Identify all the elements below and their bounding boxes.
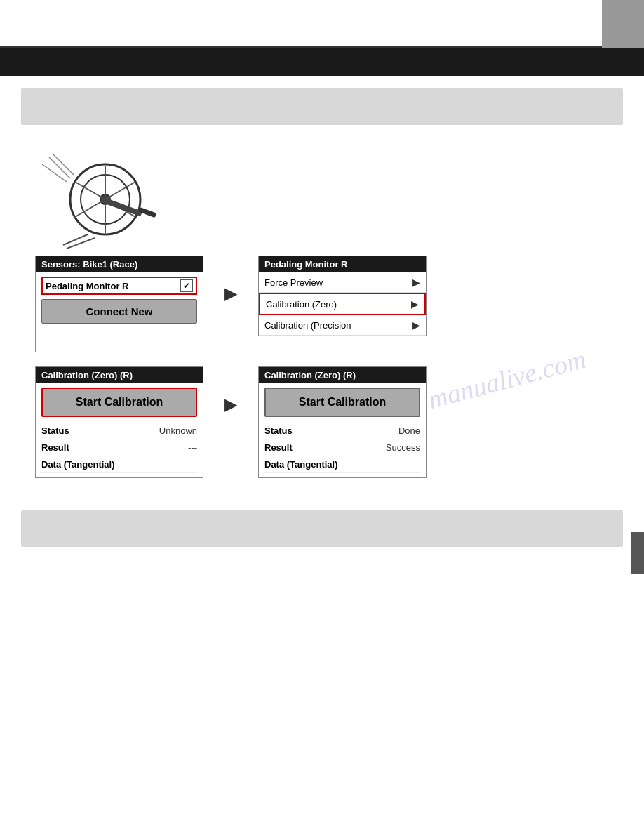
svg-line-14 xyxy=(63,234,88,245)
sensors-panel: Sensors: Bike1 (Race) Pedaling Monitor R… xyxy=(35,256,203,352)
calib-panel-left-body: Start Calibration Status Unknown Result … xyxy=(36,383,203,477)
calib-panel-right: Calibration (Zero) (R) Start Calibration… xyxy=(258,366,427,478)
calib-panel-left: Calibration (Zero) (R) Start Calibration… xyxy=(35,366,203,478)
result-label-left: Result xyxy=(41,442,69,453)
calib-result-row-left: Result --- xyxy=(41,439,197,456)
result-label-right: Result xyxy=(264,442,293,453)
sidebar-right-bar xyxy=(631,532,644,574)
calib-panel-right-header: Calibration (Zero) (R) xyxy=(259,367,426,383)
status-label-left: Status xyxy=(41,425,69,436)
menu-item-force-preview[interactable]: Force Preview ▶ xyxy=(259,272,426,293)
svg-rect-10 xyxy=(138,207,156,218)
pedaling-monitor-panel-header: Pedaling Monitor R xyxy=(259,256,426,272)
arrow-1: ▶ xyxy=(224,256,237,303)
pedaling-monitor-panel: Pedaling Monitor R Force Preview ▶ Calib… xyxy=(258,256,427,336)
menu-item-force-preview-label: Force Preview xyxy=(264,277,323,288)
menu-item-calibration-zero[interactable]: Calibration (Zero) ▶ xyxy=(259,293,426,315)
arrow-icon-2: ▶ xyxy=(224,395,237,414)
data-tangential-label-right: Data (Tangential) xyxy=(264,459,338,470)
svg-line-15 xyxy=(67,238,95,249)
svg-line-8 xyxy=(75,182,105,199)
status-value-left: Unknown xyxy=(159,425,197,436)
calib-result-row-right: Result Success xyxy=(264,439,420,456)
pedaling-monitor-checkbox[interactable]: ✔ xyxy=(180,279,193,292)
info-bar-bottom xyxy=(21,510,623,547)
result-value-right: Success xyxy=(386,442,420,453)
calib-panel-left-header: Calibration (Zero) (R) xyxy=(36,367,203,383)
connect-new-button[interactable]: Connect New xyxy=(41,299,197,324)
chevron-icon-3: ▶ xyxy=(412,319,420,331)
calib-data-tangential-row-left: Data (Tangential) xyxy=(41,456,197,473)
section-bar xyxy=(0,48,644,76)
pedaling-monitor-label: Pedaling Monitor R xyxy=(46,281,180,291)
info-bar-top xyxy=(21,88,623,125)
result-value-left: --- xyxy=(188,442,197,453)
menu-item-calibration-zero-label: Calibration (Zero) xyxy=(266,299,337,310)
calib-data-tangential-row-right: Data (Tangential) xyxy=(264,456,420,473)
svg-line-13 xyxy=(42,164,67,182)
pedaling-monitor-row[interactable]: Pedaling Monitor R ✔ xyxy=(41,277,197,295)
svg-rect-9 xyxy=(101,197,142,217)
top-bar xyxy=(0,0,644,48)
calib-panel-right-body: Start Calibration Status Done Result Suc… xyxy=(259,383,426,477)
menu-item-calibration-precision[interactable]: Calibration (Precision ▶ xyxy=(259,315,426,336)
calib-status-row-left: Status Unknown xyxy=(41,423,197,439)
bike-illustration xyxy=(35,136,175,249)
pedaling-monitor-menu: Force Preview ▶ Calibration (Zero) ▶ Cal… xyxy=(259,272,426,336)
svg-line-7 xyxy=(75,199,105,217)
start-calibration-button-right[interactable]: Start Calibration xyxy=(264,388,420,417)
top-right-block xyxy=(602,0,644,48)
status-label-right: Status xyxy=(264,425,293,436)
calib-row: Calibration (Zero) (R) Start Calibration… xyxy=(35,366,609,478)
arrow-2: ▶ xyxy=(224,366,237,414)
chevron-icon-2: ▶ xyxy=(411,298,419,310)
sensors-panel-header: Sensors: Bike1 (Race) xyxy=(36,256,203,272)
status-value-right: Done xyxy=(398,425,420,436)
chevron-icon-1: ▶ xyxy=(412,277,420,288)
screens-row-top: Sensors: Bike1 (Race) Pedaling Monitor R… xyxy=(35,256,609,352)
data-tangential-label-left: Data (Tangential) xyxy=(41,459,115,470)
svg-line-4 xyxy=(105,182,135,199)
menu-item-calibration-precision-label: Calibration (Precision xyxy=(264,320,351,331)
calib-status-row-right: Status Done xyxy=(264,423,420,439)
arrow-icon-1: ▶ xyxy=(224,284,237,303)
sensors-panel-body: Pedaling Monitor R ✔ Connect New xyxy=(36,272,203,352)
main-content: manualive.com xyxy=(0,125,644,503)
start-calibration-button-left[interactable]: Start Calibration xyxy=(41,388,197,417)
